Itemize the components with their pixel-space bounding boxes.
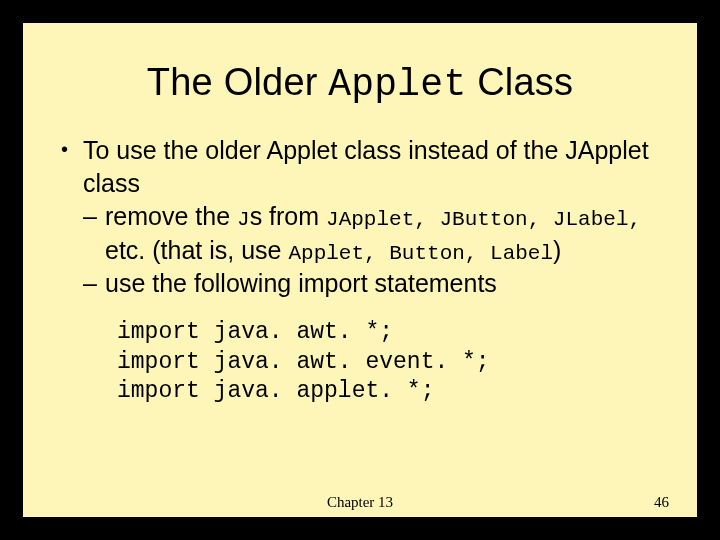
sub1-b: s from [250,202,326,230]
subbullet-1-text: remove the Js from JApplet, JButton, JLa… [105,200,677,267]
bullet-dot-icon: • [61,134,83,165]
dash-icon-2: – [83,267,105,300]
subbullet-1: – remove the Js from JApplet, JButton, J… [83,200,677,267]
subbullet-2: – use the following import statements [83,267,677,300]
import-block: import java. awt. *; import java. awt. e… [117,318,677,406]
sub1-list2: Applet, Button, Label [288,242,553,265]
chapter-label: Chapter 13 [23,494,697,511]
title-pre: The Older [147,61,329,103]
dash-icon: – [83,200,105,233]
bullet-1: • To use the older Applet class instead … [61,134,677,200]
import-line-1: import java. awt. *; [117,318,677,347]
sub1-a: remove the [105,202,237,230]
title-post: Class [466,61,573,103]
import-line-3: import java. applet. *; [117,377,677,406]
page-number: 46 [654,494,669,511]
sub1-d: ) [553,236,561,264]
bullet-1-text: To use the older Applet class instead of… [83,134,677,200]
slide-title: The Older Applet Class [23,61,697,106]
sub1-list1: JApplet, JButton, JLabel, [326,208,641,231]
content: • To use the older Applet class instead … [23,134,697,407]
subbullet-2-text: use the following import statements [105,267,497,300]
import-line-2: import java. awt. event. *; [117,348,677,377]
sub1-c: etc. (that is, use [105,236,288,264]
title-code: Applet [328,63,466,106]
sub1-j: J [237,208,250,231]
slide: The Older Applet Class • To use the olde… [23,23,697,517]
